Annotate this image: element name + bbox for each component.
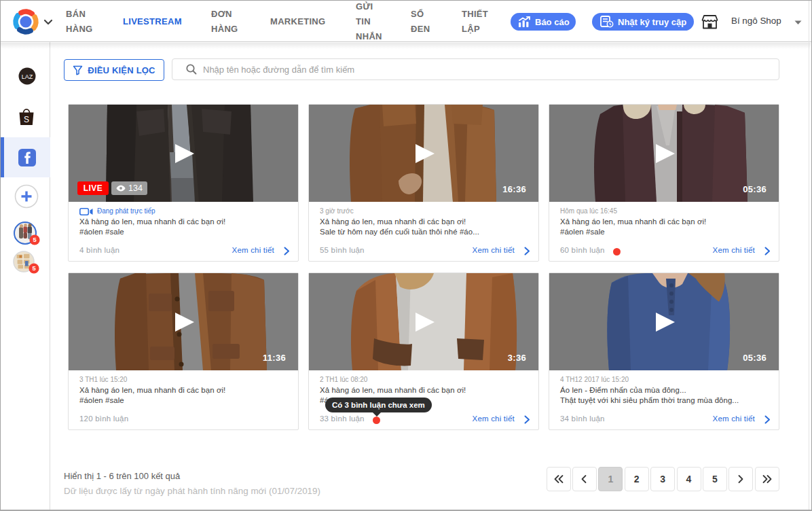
svg-text:5: 5 xyxy=(33,236,36,243)
svg-text:5: 5 xyxy=(32,265,35,272)
svg-text:S: S xyxy=(24,115,29,124)
svg-text:LAZ: LAZ xyxy=(22,73,33,80)
